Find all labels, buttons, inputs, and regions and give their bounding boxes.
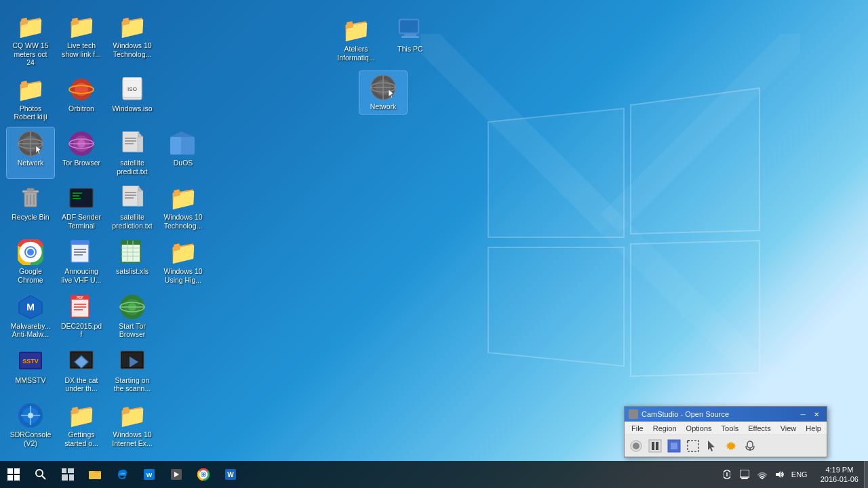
menu-file[interactable]: File <box>627 423 648 434</box>
icon-satellite-predict-txt[interactable]: satellitepredict.txt <box>108 127 156 178</box>
icon-this-pc[interactable]: This PC <box>387 14 434 64</box>
windows10-tech2-icon: 📁 <box>170 184 197 211</box>
live-tech-icon: 📁 <box>68 13 95 40</box>
dec2015-pdf-icon: PDF <box>68 293 95 321</box>
svg-rect-148 <box>740 470 749 477</box>
close-button[interactable]: ✕ <box>810 409 823 419</box>
taskbar-clock[interactable]: 4:19 PM 2016-01-06 <box>815 465 864 485</box>
icon-gettings-started[interactable]: 📁 Gettingsstarted o... <box>58 399 105 450</box>
menu-effects[interactable]: Effects <box>744 423 774 434</box>
annoucing-live-icon <box>68 239 95 266</box>
icon-google-chrome[interactable]: GoogleChrome <box>7 236 54 287</box>
adf-sender-label: ADF SenderTerminal <box>62 213 101 230</box>
icon-annoucing-live[interactable]: Annoucinglive VHF U... <box>58 236 105 287</box>
show-hidden-icons-button[interactable] <box>719 466 735 483</box>
svg-rect-62 <box>71 241 89 245</box>
icon-network-right[interactable]: Network <box>359 71 407 114</box>
pause-button[interactable] <box>646 438 664 454</box>
gettings-started-icon: 📁 <box>68 402 95 429</box>
icon-dx-cat[interactable]: DX the catunder th... <box>58 345 105 396</box>
satellite-predict-txt-icon <box>119 130 146 157</box>
icon-windows10-hig[interactable]: 📁 Windows 10Using Hig... <box>159 236 207 287</box>
icon-adf-sender[interactable]: ADF SenderTerminal <box>58 182 105 232</box>
tor-browser-icon <box>68 130 95 157</box>
icon-dec2015-pdf[interactable]: PDF DEC2015.pdf <box>58 291 105 342</box>
icon-start-tor-browser[interactable]: Start TorBrowser <box>108 291 156 342</box>
cq-ww-icon: 📁 <box>17 13 44 40</box>
store-taskbar-button[interactable]: W <box>136 461 163 488</box>
svg-text:ISO: ISO <box>127 86 137 92</box>
record-button[interactable] <box>627 438 645 454</box>
taskbar-date: 2016-01-06 <box>821 474 859 484</box>
tor-browser-label: Tor Browser <box>62 159 100 167</box>
icon-recycle-bin[interactable]: Recycle Bin <box>7 182 54 232</box>
settings-button[interactable] <box>722 438 740 454</box>
edge-taskbar-button[interactable] <box>108 461 136 488</box>
windows10-tech1-label: Windows 10Technolog... <box>113 41 151 58</box>
windows10-tech1-icon: 📁 <box>119 13 146 40</box>
chrome-taskbar-button[interactable] <box>190 461 217 488</box>
windows-iso-icon: ISO <box>119 76 146 103</box>
icon-windows-iso[interactable]: ISO Windows.iso <box>108 73 156 124</box>
svg-point-60 <box>27 249 34 256</box>
svg-rect-31 <box>123 131 139 152</box>
icon-windows10-tech1[interactable]: 📁 Windows 10Technolog... <box>108 10 156 70</box>
icon-photos-robert[interactable]: 📁 PhotosRobert kiiji <box>7 73 54 124</box>
icon-tor-browser[interactable]: Tor Browser <box>58 127 105 178</box>
icon-starting-on[interactable]: Starting onthe scann... <box>108 345 156 396</box>
cursor-button[interactable] <box>703 438 721 454</box>
media-player-taskbar-button[interactable] <box>163 461 190 488</box>
svg-rect-104 <box>401 36 419 38</box>
start-tor-browser-icon <box>119 293 146 321</box>
menu-tools[interactable]: Tools <box>717 423 743 434</box>
svg-rect-38 <box>170 137 181 155</box>
windows10-internet-icon: 📁 <box>119 402 146 429</box>
word-taskbar-button[interactable]: W <box>217 461 244 488</box>
stop-button[interactable] <box>665 438 683 454</box>
minimize-button[interactable]: ─ <box>797 409 809 419</box>
svg-rect-134 <box>69 474 74 481</box>
show-desktop-button[interactable] <box>864 461 868 488</box>
icon-live-tech[interactable]: 📁 Live techshow link f... <box>58 10 105 70</box>
network-tray-icon[interactable] <box>754 466 770 483</box>
menu-view[interactable]: View <box>776 423 801 434</box>
language-indicator[interactable]: ENG <box>789 466 810 483</box>
icon-ateliers[interactable]: 📁 AteliersInformatiq... <box>332 14 380 64</box>
task-view-button[interactable] <box>54 461 81 488</box>
icon-malwarebytes[interactable]: M Malwareby...Anti-Malw... <box>7 291 54 342</box>
camstudio-title-icon <box>629 409 638 419</box>
icon-mmsstv[interactable]: SSTV MMSSTV <box>7 345 54 396</box>
malwarebytes-icon: M <box>17 293 44 321</box>
file-explorer-taskbar-button[interactable] <box>81 461 108 488</box>
svg-rect-126 <box>14 468 20 474</box>
sdr-console-label: SDRConsole(V2) <box>10 430 52 447</box>
starting-on-icon <box>119 348 146 375</box>
svg-rect-42 <box>27 188 34 191</box>
icon-satslist[interactable]: satslist.xls <box>108 236 156 287</box>
audio-button[interactable] <box>741 438 759 454</box>
svg-rect-102 <box>400 20 418 33</box>
menu-options[interactable]: Options <box>682 423 716 434</box>
icon-cq-ww[interactable]: 📁 CQ WW 15 meters oct 24 <box>7 10 54 70</box>
menu-region[interactable]: Region <box>649 423 681 434</box>
svg-point-150 <box>761 478 763 480</box>
desktop-icon-area: 📁 CQ WW 15 meters oct 24 📁 Live techshow… <box>0 0 217 488</box>
icon-satellite-prediction-txt[interactable]: satelliteprediction.txt <box>108 182 156 232</box>
action-center-icon[interactable] <box>736 466 753 483</box>
icon-duos[interactable]: DuOS <box>159 127 207 178</box>
volume-tray-icon[interactable] <box>772 466 788 483</box>
start-button[interactable] <box>0 461 27 488</box>
icon-windows10-tech2[interactable]: 📁 Windows 10Technolog... <box>159 182 207 232</box>
menu-help[interactable]: Help <box>802 423 825 434</box>
icon-orbitron[interactable]: Orbitron <box>58 73 105 124</box>
satellite-prediction-txt-label: satelliteprediction.txt <box>112 213 153 230</box>
svg-marker-39 <box>170 131 195 137</box>
svg-rect-33 <box>138 137 143 152</box>
icon-sdr-console[interactable]: SDRConsole(V2) <box>7 399 54 450</box>
search-taskbar-button[interactable] <box>27 461 54 488</box>
svg-marker-151 <box>776 471 781 478</box>
region-button[interactable] <box>684 438 702 454</box>
icon-network[interactable]: Network <box>7 127 54 178</box>
camstudio-titlebar[interactable]: CamStudio - Open Source ─ ✕ <box>625 407 827 422</box>
icon-windows10-internet[interactable]: 📁 Windows 10Internet Ex... <box>108 399 156 450</box>
